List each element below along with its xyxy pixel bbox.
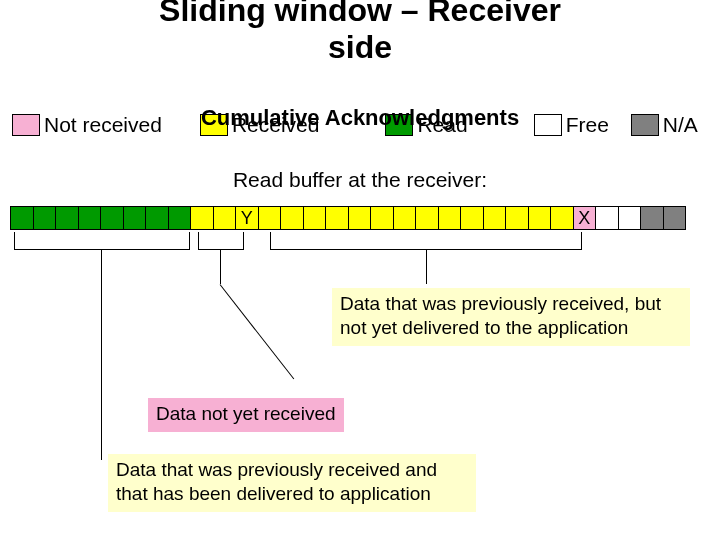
buffer-cell — [325, 206, 349, 230]
swatch-white — [534, 114, 562, 136]
buffer-cell — [528, 206, 552, 230]
buffer-cell — [438, 206, 462, 230]
buffer-cell — [78, 206, 102, 230]
buffer-cell — [123, 206, 147, 230]
buffer-cell — [100, 206, 124, 230]
buffer-cell — [618, 206, 642, 230]
swatch-gray — [631, 114, 659, 136]
subtitle: Cumulative Acknowledgments — [201, 105, 519, 131]
buffer-cell — [213, 206, 237, 230]
note-prev-received-not-delivered: Data that was previously received, but n… — [332, 288, 690, 346]
legend-na: N/A — [631, 113, 698, 137]
buffer-cell — [415, 206, 439, 230]
buffer-cell — [460, 206, 484, 230]
brace-notdeliv-left — [198, 232, 244, 250]
legend-free-label: Free — [566, 113, 609, 137]
buffer-cell — [258, 206, 282, 230]
brace-notdeliv-left-tail — [220, 250, 221, 284]
swatch-pink — [12, 114, 40, 136]
brace-notdeliv-right-tail — [426, 250, 427, 284]
buffer-cell — [550, 206, 574, 230]
buffer-cell — [370, 206, 394, 230]
buffer-cell — [145, 206, 169, 230]
legend-na-label: N/A — [663, 113, 698, 137]
buffer-cell — [303, 206, 327, 230]
legend-not-received: Not received — [12, 113, 162, 137]
buffer-cell — [168, 206, 192, 230]
connector-diag — [220, 284, 295, 379]
legend-free: Free — [534, 113, 609, 137]
buffer-cell: X — [573, 206, 597, 230]
buffer-cell — [55, 206, 79, 230]
note-not-yet-received: Data not yet received — [148, 398, 344, 432]
buffer-cell — [348, 206, 372, 230]
buffer-cell — [190, 206, 214, 230]
note-prev-received-delivered: Data that was previously received and th… — [108, 454, 476, 512]
buffer-cell — [663, 206, 687, 230]
brace-delivered-tail — [101, 250, 102, 460]
slide-title: Sliding window – Receiver side — [0, 0, 720, 66]
buffer-cell — [10, 206, 34, 230]
buffer-cell — [640, 206, 664, 230]
buffer-cell — [393, 206, 417, 230]
title-line2: side — [328, 29, 392, 65]
brace-notdeliv-right — [270, 232, 582, 250]
title-line1: Sliding window – Receiver — [159, 0, 561, 28]
buffer-cell — [595, 206, 619, 230]
buffer-caption: Read buffer at the receiver: — [0, 168, 720, 192]
buffer-cell: Y — [235, 206, 259, 230]
buffer-cell — [483, 206, 507, 230]
buffer-cell — [33, 206, 57, 230]
read-buffer: YX — [10, 206, 685, 230]
legend-not-received-label: Not received — [44, 113, 162, 137]
brace-delivered — [14, 232, 190, 250]
buffer-cell — [505, 206, 529, 230]
buffer-cell — [280, 206, 304, 230]
